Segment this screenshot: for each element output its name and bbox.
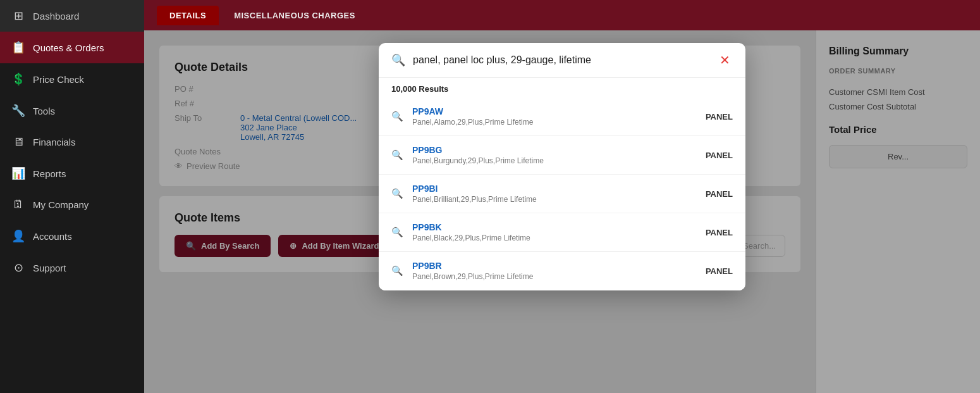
- result-item[interactable]: 🔍 PP9AW Panel,Alamo,29,Plus,Prime Lifeti…: [379, 97, 745, 136]
- financials-icon: 🖥: [11, 135, 25, 149]
- sidebar-label-dashboard: Dashboard: [33, 11, 79, 22]
- result-search-icon: 🔍: [391, 149, 403, 161]
- result-code: PP9BG: [412, 145, 697, 155]
- sidebar-item-support[interactable]: ⊙ Support: [0, 252, 144, 284]
- result-info: PP9BR Panel,Brown,29,Plus,Prime Lifetime: [412, 261, 697, 281]
- modal-overlay[interactable]: 🔍 ✕ 10,000 Results 🔍 PP9AW Panel,Alamo,2…: [144, 30, 980, 393]
- sidebar-label-financials: Financials: [33, 137, 76, 147]
- sidebar-item-my-company[interactable]: 🗓 My Company: [0, 189, 144, 220]
- result-category: PANEL: [706, 228, 733, 237]
- modal-search-icon: 🔍: [391, 53, 405, 67]
- result-search-icon: 🔍: [391, 111, 403, 122]
- result-description: Panel,Black,29,Plus,Prime Lifetime: [412, 234, 697, 242]
- modal-close-button[interactable]: ✕: [717, 54, 733, 66]
- result-code: PP9BI: [412, 184, 697, 194]
- sidebar-item-accounts[interactable]: 👤 Accounts: [0, 220, 144, 252]
- result-search-icon: 🔍: [391, 188, 403, 199]
- tabs-bar: DETAILSMISCELLANEOUS CHARGES: [144, 0, 980, 30]
- sidebar: ⊞ Dashboard 📋 Quotes & Orders 💲 Price Ch…: [0, 0, 144, 393]
- result-info: PP9BG Panel,Burgundy,29,Plus,Prime Lifet…: [412, 145, 697, 165]
- content-area: Quote Details PO # Ref # Ship To 0 - Met…: [144, 30, 980, 393]
- result-category: PANEL: [706, 112, 733, 122]
- tools-icon: 🔧: [11, 104, 25, 118]
- dashboard-icon: ⊞: [11, 9, 25, 23]
- result-code: PP9BR: [412, 261, 697, 271]
- sidebar-label-support: Support: [33, 263, 66, 273]
- result-search-icon: 🔍: [391, 227, 403, 238]
- result-info: PP9AW Panel,Alamo,29,Plus,Prime Lifetime: [412, 106, 697, 127]
- sidebar-item-price-check[interactable]: 💲 Price Check: [0, 63, 144, 95]
- support-icon: ⊙: [11, 261, 25, 275]
- result-category: PANEL: [706, 151, 733, 160]
- sidebar-label-reports: Reports: [33, 168, 66, 179]
- result-description: Panel,Brown,29,Plus,Prime Lifetime: [412, 272, 697, 281]
- results-count: 10,000 Results: [379, 78, 745, 97]
- accounts-icon: 👤: [11, 229, 25, 243]
- result-description: Panel,Brilliant,29,Plus,Prime Lifetime: [412, 195, 697, 204]
- result-code: PP9BK: [412, 222, 697, 232]
- sidebar-item-quotes-orders[interactable]: 📋 Quotes & Orders: [0, 32, 144, 63]
- my-company-icon: 🗓: [11, 198, 25, 211]
- result-description: Panel,Alamo,29,Plus,Prime Lifetime: [412, 118, 697, 127]
- sidebar-label-accounts: Accounts: [33, 231, 72, 242]
- sidebar-item-financials[interactable]: 🖥 Financials: [0, 127, 144, 158]
- result-category: PANEL: [706, 266, 733, 276]
- quotes-orders-icon: 📋: [11, 41, 25, 54]
- modal-search-bar: 🔍 ✕: [379, 43, 745, 78]
- modal-search-input[interactable]: [413, 54, 709, 66]
- results-list: 🔍 PP9AW Panel,Alamo,29,Plus,Prime Lifeti…: [379, 97, 745, 290]
- result-description: Panel,Burgundy,29,Plus,Prime Lifetime: [412, 156, 697, 165]
- result-code: PP9AW: [412, 106, 697, 116]
- tab-details[interactable]: DETAILS: [157, 6, 219, 25]
- main-area: DETAILSMISCELLANEOUS CHARGES Quote Detai…: [144, 0, 980, 393]
- sidebar-item-tools[interactable]: 🔧 Tools: [0, 95, 144, 127]
- result-item[interactable]: 🔍 PP9BG Panel,Burgundy,29,Plus,Prime Lif…: [379, 136, 745, 175]
- reports-icon: 📊: [11, 166, 25, 180]
- result-item[interactable]: 🔍 PP9BR Panel,Brown,29,Plus,Prime Lifeti…: [379, 252, 745, 290]
- sidebar-label-price-check: Price Check: [33, 74, 84, 85]
- result-info: PP9BI Panel,Brilliant,29,Plus,Prime Life…: [412, 184, 697, 204]
- tab-misc-charges[interactable]: MISCELLANEOUS CHARGES: [221, 6, 368, 25]
- sidebar-label-tools: Tools: [33, 106, 55, 116]
- sidebar-label-my-company: My Company: [33, 199, 89, 210]
- result-search-icon: 🔍: [391, 265, 403, 277]
- result-item[interactable]: 🔍 PP9BI Panel,Brilliant,29,Plus,Prime Li…: [379, 175, 745, 213]
- sidebar-label-quotes-orders: Quotes & Orders: [33, 42, 104, 53]
- result-category: PANEL: [706, 189, 733, 199]
- result-info: PP9BK Panel,Black,29,Plus,Prime Lifetime: [412, 222, 697, 242]
- price-check-icon: 💲: [11, 72, 25, 86]
- result-item[interactable]: 🔍 PP9BK Panel,Black,29,Plus,Prime Lifeti…: [379, 213, 745, 252]
- sidebar-item-reports[interactable]: 📊 Reports: [0, 158, 144, 189]
- sidebar-item-dashboard[interactable]: ⊞ Dashboard: [0, 0, 144, 32]
- search-modal: 🔍 ✕ 10,000 Results 🔍 PP9AW Panel,Alamo,2…: [379, 43, 745, 290]
